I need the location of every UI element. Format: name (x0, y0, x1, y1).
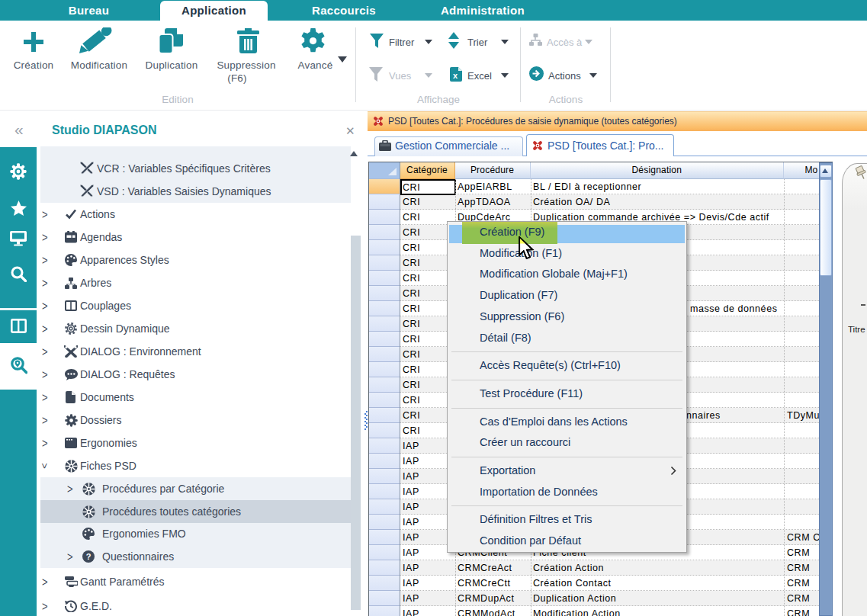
svg-text:?: ? (86, 552, 92, 561)
svg-text:x: x (453, 71, 458, 80)
